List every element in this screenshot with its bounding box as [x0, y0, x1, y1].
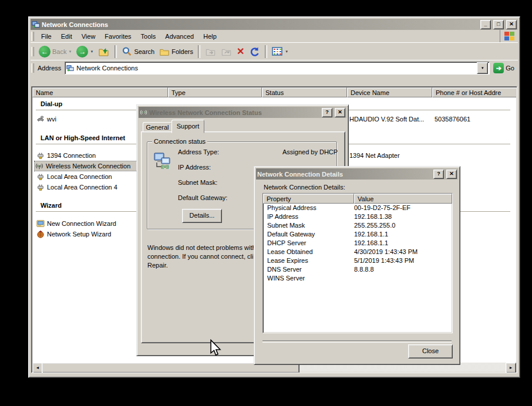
forward-caret-icon[interactable]: ▼	[90, 50, 93, 53]
list-item-network-setup-wizard[interactable]: Network Setup Wizard	[36, 229, 111, 239]
menu-grip	[31, 32, 34, 41]
toolbar-grip	[31, 47, 34, 56]
address-input[interactable]: Network Connections ▼	[65, 62, 490, 75]
address-dropdown-button[interactable]: ▼	[477, 62, 488, 74]
go-label: Go	[506, 65, 514, 72]
column-header-status[interactable]: Status	[262, 87, 347, 97]
folders-icon	[159, 46, 170, 57]
list-item-local-area-connection-4[interactable]: Local Area Connection 4	[36, 182, 117, 192]
item-label: wvi	[47, 116, 56, 123]
table-row[interactable]: DNS Server8.8.8.8	[263, 265, 452, 274]
property-cell: Default Gateway	[263, 230, 354, 239]
item-label: Wireless Network Connection	[46, 163, 130, 170]
property-cell: Physical Address	[263, 204, 354, 212]
views-icon	[272, 47, 283, 56]
tab-support[interactable]: Support	[171, 120, 204, 133]
list-item-wvi[interactable]: wvi	[36, 114, 56, 124]
ip-address-label: IP Address:	[178, 164, 211, 171]
item-label: 1394 Connection	[47, 152, 96, 159]
up-button[interactable]	[96, 45, 112, 59]
undo-button[interactable]	[247, 45, 262, 59]
table-row[interactable]: DHCP Server192.168.1.1	[263, 239, 452, 248]
item-label: Local Area Connection 4	[47, 184, 117, 191]
column-header-name[interactable]: Name	[32, 87, 168, 97]
mouse-cursor	[209, 339, 222, 357]
address-type-label: Address Type:	[178, 148, 219, 155]
column-header-type[interactable]: Type	[168, 87, 262, 97]
move-to-button[interactable]	[203, 45, 218, 58]
help-button[interactable]: ?	[433, 170, 444, 179]
repair-info-text: Windows did not detect problems with con…	[147, 243, 271, 270]
menu-item-view[interactable]: View	[77, 32, 100, 41]
property-cell: Lease Obtained	[263, 248, 354, 256]
close-button[interactable]: ✕	[506, 20, 517, 29]
copy-to-button[interactable]	[218, 45, 234, 58]
group-header-lan: LAN or High-Speed Internet	[41, 134, 125, 141]
help-button[interactable]: ?	[322, 108, 332, 117]
column-header-phone[interactable]: Phone # or Host Addre	[432, 87, 516, 97]
toolbar: ← Back ▼ → ▼ Search	[31, 42, 518, 60]
back-button[interactable]: ← Back ▼	[36, 45, 74, 59]
list-item-local-area-connection[interactable]: Local Area Connection	[36, 172, 112, 181]
list-item-1394-connection[interactable]: 1394 Connection	[36, 151, 96, 160]
folders-button[interactable]: Folders	[157, 45, 196, 58]
minimize-button[interactable]: _	[480, 20, 491, 29]
menu-item-edit[interactable]: Edit	[56, 32, 77, 41]
menu-item-favorites[interactable]: Favorites	[100, 32, 136, 41]
window-title: Network Connections	[42, 21, 108, 28]
address-bar: Address Network Connections ▼ ➔ Go	[31, 60, 518, 76]
menu-item-advanced[interactable]: Advanced	[160, 32, 198, 41]
table-row[interactable]: Physical Address00-19-D2-75-2F-EF	[263, 204, 452, 212]
value-column-header[interactable]: Value	[354, 194, 452, 204]
network-connections-icon	[32, 21, 40, 29]
toolbar-separator	[265, 45, 267, 58]
column-header-device-name[interactable]: Device Name	[347, 87, 432, 97]
address-value: Network Connections	[76, 65, 138, 72]
menu-item-help[interactable]: Help	[198, 32, 221, 41]
table-row[interactable]: Default Gateway192.168.1.1	[263, 230, 452, 239]
close-button[interactable]: ✕	[446, 170, 457, 179]
menu-item-file[interactable]: File	[36, 32, 56, 41]
column-header-row: Name Type Status Device Name Phone # or …	[32, 87, 516, 97]
back-caret-icon[interactable]: ▼	[68, 50, 72, 53]
property-column-header[interactable]: Property	[263, 194, 354, 204]
desktop: Network Connections _ □ ✕ File Edit View…	[0, 0, 532, 406]
table-row[interactable]: Lease Expires5/1/2019 1:43:43 PM	[263, 256, 452, 265]
maximize-button[interactable]: □	[493, 20, 504, 29]
scroll-right-button[interactable]: ►	[506, 363, 516, 373]
back-icon: ←	[39, 46, 50, 57]
network-plug-icon	[36, 151, 45, 160]
info-line-3: Repair.	[147, 261, 271, 270]
go-button[interactable]: ➔ Go	[490, 63, 518, 73]
new-connection-wizard-icon	[36, 219, 45, 228]
svg-text:((o)): ((o))	[161, 164, 169, 169]
table-row[interactable]: Lease Obtained4/30/2019 1:43:43 PM	[263, 248, 452, 256]
table-row[interactable]: IP Address192.168.1.38	[263, 212, 452, 221]
search-button[interactable]: Search	[119, 45, 157, 58]
network-plug-icon	[36, 183, 45, 192]
views-button[interactable]: ▼	[270, 46, 291, 57]
value-cell: 00-19-D2-75-2F-EF	[354, 204, 452, 212]
dialog-title: Wireless Network Connection Status	[149, 109, 262, 116]
table-row[interactable]: WINS Server	[263, 274, 452, 283]
menu-item-tools[interactable]: Tools	[136, 32, 161, 41]
close-details-button[interactable]: Close	[408, 344, 453, 358]
details-button[interactable]: Details...	[182, 209, 222, 223]
views-caret-icon[interactable]: ▼	[285, 50, 288, 53]
close-button[interactable]: ✕	[335, 108, 345, 117]
info-line-2: connection. If you cannot connect, cli	[147, 252, 271, 261]
default-gateway-label: Default Gateway:	[178, 194, 227, 201]
delete-button[interactable]: ✕	[234, 45, 247, 58]
go-icon: ➔	[493, 63, 504, 73]
details-dialog-title-bar: Network Connection Details ? ✕	[256, 168, 458, 180]
network-plug-icon	[36, 172, 45, 181]
table-row[interactable]: Subnet Mask255.255.255.0	[263, 221, 452, 230]
toolbar-separator	[115, 45, 117, 58]
group-header-dialup: Dial-up	[41, 100, 62, 107]
dialog-title: Network Connection Details	[257, 171, 343, 178]
wireless-antenna-icon	[35, 162, 43, 171]
folders-label: Folders	[171, 48, 193, 55]
forward-button[interactable]: → ▼	[74, 45, 96, 59]
list-item-new-connection-wizard[interactable]: New Connection Wizard	[36, 219, 116, 228]
property-cell: IP Address	[263, 212, 354, 221]
